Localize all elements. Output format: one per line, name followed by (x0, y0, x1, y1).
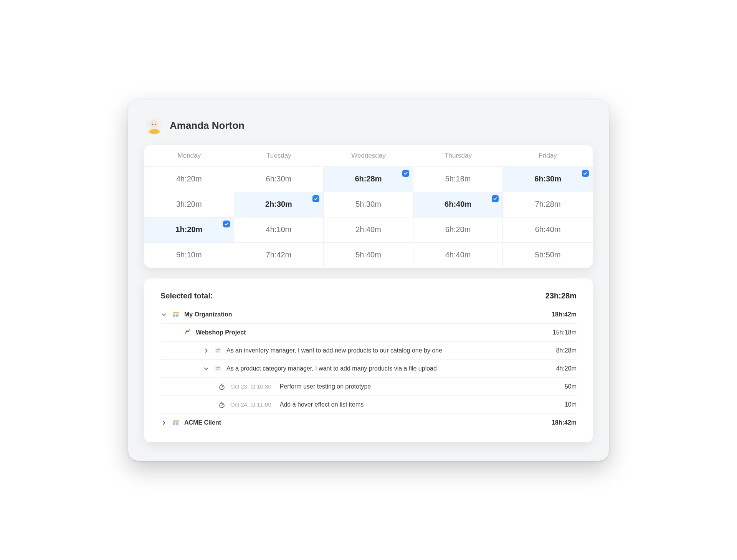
timesheet-grid: Monday Tuesday Wednesday Thursday Friday… (144, 145, 593, 268)
timesheet-cell[interactable]: 2h:40m (324, 217, 413, 242)
timesheet-page: Amanda Norton Monday Tuesday Wednesday T… (128, 100, 609, 461)
avatar[interactable] (146, 117, 163, 134)
timesheet-cell[interactable]: 2h:30m (234, 192, 324, 217)
stopwatch-icon (218, 383, 226, 390)
task-total: 4h:20m (556, 365, 577, 372)
svg-rect-16 (221, 384, 223, 384)
timesheet-body: 4h:20m6h:30m6h:28m5h:18m6h:30m3h:20m2h:3… (144, 167, 593, 268)
task-icon (214, 365, 222, 372)
svg-line-22 (222, 404, 223, 405)
entry-duration: 50m (565, 383, 577, 390)
tree-row-task-category-manager[interactable]: As a product category manager, I want to… (160, 360, 577, 378)
project-icon (183, 329, 191, 336)
project-total: 15h:18m (553, 329, 577, 336)
project-name: Webshop Project (196, 329, 246, 336)
tree-row-org-my-organization[interactable]: My Organization 18h:42m (160, 306, 577, 324)
page-header: Amanda Norton (146, 117, 593, 134)
tree-row-task-inventory-manager[interactable]: As an inventory manager, I want to add n… (160, 342, 577, 360)
organization-icon (172, 311, 180, 318)
svg-rect-12 (215, 366, 221, 371)
timesheet-cell[interactable]: 6h:40m (503, 217, 593, 242)
timesheet-row: 1h:20m4h:10m2h:40m6h:20m6h:40m (144, 217, 593, 243)
timesheet-cell[interactable]: 5h:30m (324, 192, 413, 217)
checkmark-icon (402, 170, 409, 177)
svg-rect-13 (216, 367, 220, 368)
timesheet-cell[interactable]: 7h:42m (234, 243, 324, 268)
entry-timestamp: Oct 24, at 11:00 (230, 401, 271, 408)
breakdown-tree: My Organization 18h:42m Webshop Project … (160, 306, 577, 432)
svg-rect-9 (215, 348, 221, 353)
timesheet-cell[interactable]: 4h:40m (413, 243, 503, 268)
org-total: 18h:42m (552, 419, 577, 426)
svg-point-3 (155, 124, 157, 125)
day-header-wednesday: Wednesday (324, 145, 413, 166)
task-title: As a product category manager, I want to… (226, 365, 437, 372)
svg-rect-10 (216, 349, 220, 350)
selected-total-label: Selected total: (160, 292, 213, 300)
task-title: As an inventory manager, I want to add n… (226, 347, 442, 354)
timesheet-cell[interactable]: 6h:40m (413, 192, 503, 217)
task-total: 8h:28m (556, 347, 577, 354)
checkmark-icon (582, 170, 589, 177)
selected-total-value: 23h:28m (545, 292, 577, 300)
svg-rect-14 (216, 369, 218, 369)
stopwatch-icon (218, 401, 226, 408)
org-name: My Organization (184, 311, 232, 318)
task-icon (214, 347, 222, 354)
svg-rect-24 (173, 422, 175, 425)
tree-row-org-acme-client[interactable]: ACME Client 18h:42m (160, 414, 577, 432)
svg-point-7 (188, 330, 190, 331)
chevron-right-icon (160, 419, 167, 426)
entry-description: Add a hover effect on list items (280, 401, 364, 408)
chevron-down-icon (160, 311, 167, 318)
avatar-illustration-icon (146, 117, 163, 134)
timesheet-cell[interactable]: 4h:10m (234, 217, 324, 242)
breakdown-card: Selected total: 23h:28m My Organization … (144, 278, 593, 442)
svg-rect-11 (216, 351, 218, 351)
day-header-tuesday: Tuesday (234, 145, 324, 166)
timesheet-cell[interactable]: 6h:20m (413, 217, 503, 242)
chevron-right-icon (203, 347, 210, 354)
timesheet-row: 3h:20m2h:30m5h:30m6h:40m7h:28m (144, 192, 593, 217)
tree-row-project-webshop[interactable]: Webshop Project 15h:18m (160, 324, 577, 342)
tree-row-time-entry[interactable]: Oct 23, at 10:30 Perform user testing on… (160, 378, 577, 396)
svg-rect-20 (221, 402, 223, 402)
svg-rect-5 (173, 314, 175, 317)
chevron-down-icon (203, 365, 210, 372)
svg-line-18 (222, 386, 223, 387)
org-name: ACME Client (184, 419, 221, 426)
entry-description: Perform user testing on prototype (280, 383, 371, 390)
timesheet-header-row: Monday Tuesday Wednesday Thursday Friday (144, 145, 593, 167)
svg-rect-4 (173, 312, 179, 313)
day-header-monday: Monday (144, 145, 234, 166)
timesheet-cell[interactable]: 6h:30m (234, 167, 324, 192)
timesheet-cell[interactable]: 3h:20m (144, 192, 234, 217)
timesheet-cell[interactable]: 5h:40m (324, 243, 413, 268)
checkmark-icon (223, 221, 230, 227)
svg-rect-23 (173, 420, 179, 422)
timesheet-cell[interactable]: 7h:28m (503, 192, 593, 217)
timesheet-cell[interactable]: 5h:50m (503, 243, 593, 268)
timesheet-cell[interactable]: 4h:20m (144, 167, 234, 192)
svg-rect-6 (176, 314, 178, 317)
checkmark-icon (312, 195, 319, 202)
svg-point-2 (152, 124, 154, 125)
org-total: 18h:42m (552, 311, 577, 318)
day-header-thursday: Thursday (413, 145, 503, 166)
timesheet-row: 4h:20m6h:30m6h:28m5h:18m6h:30m (144, 167, 593, 192)
timesheet-cell[interactable]: 5h:18m (413, 167, 503, 192)
timesheet-row: 5h:10m7h:42m5h:40m4h:40m5h:50m (144, 243, 593, 268)
checkmark-icon (492, 195, 499, 202)
day-header-friday: Friday (503, 145, 593, 166)
tree-row-time-entry[interactable]: Oct 24, at 11:00 Add a hover effect on l… (160, 396, 577, 414)
timesheet-cell[interactable]: 1h:20m (144, 217, 234, 242)
svg-point-8 (185, 333, 187, 334)
svg-rect-25 (176, 422, 178, 425)
entry-timestamp: Oct 23, at 10:30 (230, 383, 271, 390)
organization-icon (172, 419, 180, 427)
timesheet-cell[interactable]: 6h:30m (503, 167, 593, 192)
timesheet-cell[interactable]: 6h:28m (324, 167, 413, 192)
entry-duration: 10m (565, 401, 577, 408)
page-title: Amanda Norton (170, 120, 245, 132)
timesheet-cell[interactable]: 5h:10m (144, 243, 234, 268)
